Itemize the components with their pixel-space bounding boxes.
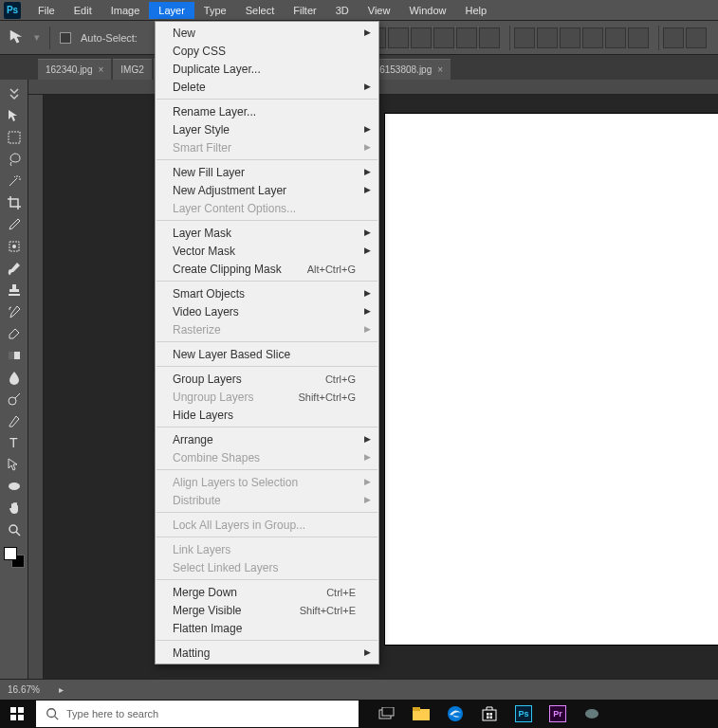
menu-item-create-clipping-mask[interactable]: Create Clipping MaskAlt+Ctrl+G: [156, 260, 378, 278]
move-tool-icon[interactable]: [8, 27, 28, 48]
store-icon[interactable]: [472, 700, 506, 728]
zoom-tool[interactable]: [3, 519, 26, 540]
start-button[interactable]: [0, 700, 34, 728]
menu-item-duplicate-layer[interactable]: Duplicate Layer...: [156, 60, 378, 78]
menu-item-merge-visible[interactable]: Merge VisibleShift+Ctrl+E: [156, 601, 378, 619]
dist-btn-4[interactable]: [582, 27, 603, 48]
type-tool[interactable]: T: [3, 432, 26, 453]
svg-rect-24: [490, 713, 493, 716]
menu-item-new-layer-based-slice[interactable]: New Layer Based Slice: [156, 345, 378, 363]
menu-item-rename-layer[interactable]: Rename Layer...: [156, 102, 378, 120]
menu-item-merge-down[interactable]: Merge DownCtrl+E: [156, 583, 378, 601]
brush-tool[interactable]: [3, 258, 26, 279]
gradient-tool[interactable]: [3, 345, 26, 366]
taskbar-search[interactable]: Type here to search: [36, 701, 359, 727]
menu-item-rasterize: Rasterize▶: [156, 320, 378, 338]
premiere-taskbar-icon[interactable]: Pr: [541, 700, 575, 728]
auto-select-checkbox[interactable]: [60, 32, 71, 44]
pen-tool[interactable]: [3, 410, 26, 431]
color-swatches[interactable]: [4, 547, 25, 568]
file-explorer-icon[interactable]: [404, 700, 438, 728]
menu-help[interactable]: Help: [456, 2, 497, 19]
menu-3d[interactable]: 3D: [326, 2, 359, 19]
menu-select[interactable]: Select: [236, 2, 285, 19]
menu-item-group-layers[interactable]: Group LayersCtrl+G: [156, 370, 378, 388]
document-tab[interactable]: 162340.jpg×: [38, 59, 111, 80]
edge-icon[interactable]: [438, 700, 472, 728]
dist-btn-1[interactable]: [514, 27, 535, 48]
dist-btn-2[interactable]: [537, 27, 558, 48]
svg-line-6: [15, 393, 20, 398]
menu-item-vector-mask[interactable]: Vector Mask▶: [156, 242, 378, 260]
more-icon[interactable]: [609, 700, 643, 728]
path-tool[interactable]: [3, 454, 26, 475]
menu-image[interactable]: Image: [101, 2, 150, 19]
zoom-level[interactable]: 16.67%: [8, 684, 55, 695]
menu-item-arrange[interactable]: Arrange▶: [156, 430, 378, 448]
menu-item-flatten-image[interactable]: Flatten Image: [156, 619, 378, 637]
zoom-arrow-icon[interactable]: ▸: [59, 684, 64, 695]
menu-window[interactable]: Window: [399, 2, 455, 19]
menu-item-lock-all-layers-in-group: Lock All Layers in Group...: [156, 516, 378, 534]
photoshop-taskbar-icon[interactable]: Ps: [506, 700, 541, 728]
healing-tool[interactable]: [3, 236, 26, 257]
dist-btn-3[interactable]: [560, 27, 580, 48]
document-canvas[interactable]: [385, 114, 718, 645]
menu-filter[interactable]: Filter: [284, 2, 325, 19]
layer-menu-dropdown: New▶Copy CSSDuplicate Layer...Delete▶Ren…: [155, 21, 379, 664]
shape-tool[interactable]: [3, 476, 26, 497]
svg-point-9: [9, 525, 17, 533]
dist-btn-5[interactable]: [605, 27, 626, 48]
menu-item-video-layers[interactable]: Video Layers▶: [156, 302, 378, 320]
align-btn-3[interactable]: [411, 27, 432, 48]
mode-btn-2[interactable]: [686, 27, 707, 48]
wand-tool[interactable]: [3, 171, 26, 191]
stamp-tool[interactable]: [3, 280, 26, 300]
svg-point-8: [9, 482, 20, 490]
menu-item-delete[interactable]: Delete▶: [156, 78, 378, 96]
tab-close-icon[interactable]: ×: [99, 64, 104, 75]
menu-item-new-adjustment-layer[interactable]: New Adjustment Layer▶: [156, 181, 378, 199]
menu-item-smart-objects[interactable]: Smart Objects▶: [156, 284, 378, 302]
align-btn-2[interactable]: [388, 27, 409, 48]
align-btn-5[interactable]: [456, 27, 477, 48]
mode-btn-1[interactable]: [663, 27, 684, 48]
menu-edit[interactable]: Edit: [64, 2, 101, 19]
align-btn-4[interactable]: [433, 27, 454, 48]
snip-icon[interactable]: [575, 700, 609, 728]
menu-view[interactable]: View: [359, 2, 400, 19]
document-tab[interactable]: IMG2: [113, 59, 151, 80]
tab-close-icon[interactable]: ×: [437, 64, 443, 75]
task-view-icon[interactable]: [370, 700, 404, 728]
hand-tool[interactable]: [3, 498, 26, 519]
windows-taskbar: Type here to search Ps Pr: [0, 700, 718, 728]
align-btn-6[interactable]: [479, 27, 500, 48]
tools-panel: T: [0, 80, 28, 690]
history-tool[interactable]: [3, 301, 26, 322]
menu-item-smart-filter: Smart Filter▶: [156, 138, 378, 156]
menu-item-layer-style[interactable]: Layer Style▶: [156, 120, 378, 138]
blur-tool[interactable]: [3, 367, 26, 388]
svg-rect-23: [487, 713, 489, 716]
eraser-tool[interactable]: [3, 323, 26, 344]
menu-layer[interactable]: Layer: [149, 2, 194, 19]
svg-point-21: [448, 706, 463, 721]
menu-item-layer-mask[interactable]: Layer Mask▶: [156, 224, 378, 242]
foreground-color-swatch[interactable]: [4, 547, 17, 560]
menu-item-copy-css[interactable]: Copy CSS: [156, 42, 378, 60]
lasso-tool[interactable]: [3, 149, 26, 170]
crop-tool[interactable]: [3, 192, 26, 213]
menu-item-new[interactable]: New▶: [156, 24, 378, 42]
move-tool[interactable]: [3, 105, 26, 126]
menu-item-new-fill-layer[interactable]: New Fill Layer▶: [156, 163, 378, 181]
dist-btn-6[interactable]: [628, 27, 649, 48]
tab-toggle-icon[interactable]: [3, 83, 26, 104]
marquee-tool[interactable]: [3, 127, 26, 148]
app-logo: Ps: [4, 2, 21, 19]
dodge-tool[interactable]: [3, 389, 26, 410]
eyedropper-tool[interactable]: [3, 214, 26, 235]
menu-file[interactable]: File: [28, 2, 64, 19]
menu-item-matting[interactable]: Matting▶: [156, 644, 378, 662]
menu-type[interactable]: Type: [194, 2, 236, 19]
menu-item-hide-layers[interactable]: Hide Layers: [156, 406, 378, 424]
